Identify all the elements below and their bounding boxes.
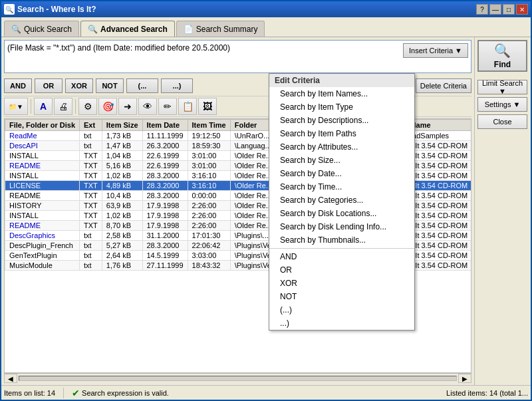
toolbar-copy-btn[interactable]: 📋 (178, 98, 197, 115)
open-paren-button[interactable]: (... (126, 78, 158, 93)
menu-item-and[interactable]: AND (269, 250, 414, 263)
menu-item-thumbnails[interactable]: Search by Thumbnails... (269, 233, 414, 247)
tab-bar: 🔍 Quick Search 🔍 Advanced Search 📄 Searc… (1, 17, 531, 37)
status-bar: Items on list: 14 ✔ Search expression is… (1, 385, 531, 400)
search-by-type-label: Search by Item Type (280, 102, 353, 112)
menu-item-paths[interactable]: Search by Item Paths (269, 127, 414, 140)
menu-item-names[interactable]: Search by Item Names... (269, 87, 414, 100)
toolbar-sep-1 (31, 99, 31, 114)
tab-quick-search-label: Quick Search (24, 25, 72, 34)
maximize-button[interactable]: □ (503, 4, 515, 15)
items-count-label: Items on list: 14 (4, 389, 55, 397)
tab-search-summary-label: Search Summary (196, 25, 258, 34)
search-by-descriptions-label: Search by Descriptions... (280, 116, 368, 125)
toolbar-eye-btn[interactable]: 👁 (138, 98, 157, 115)
quick-search-icon: 🔍 (11, 25, 21, 34)
items-count-status: Items on list: 14 (4, 389, 55, 397)
search-expression-area: (File Mask = "*.txt") and (Item Date: mo… (4, 40, 471, 73)
xor-logic-label: XOR (280, 279, 297, 288)
search-expression-text: (File Mask = "*.txt") and (Item Date: mo… (7, 43, 400, 53)
find-icon: 🔍 (494, 43, 511, 59)
search-by-thumbnails-label: Search by Thumbnails... (280, 235, 366, 245)
menu-item-attributes[interactable]: Search by Attributes... (269, 140, 414, 154)
menu-item-date[interactable]: Search by Date... (269, 167, 414, 180)
title-bar: 🔍 Search - Where Is It? ? — □ ✕ (1, 1, 531, 17)
scroll-track[interactable] (19, 376, 457, 381)
limit-search-button[interactable]: Limit Search ▼ (477, 80, 527, 94)
col-header-ext[interactable]: Ext (80, 120, 102, 131)
menu-item-size[interactable]: Search by Size... (269, 154, 414, 167)
insert-criteria-label: Insert Criteria ▼ (409, 47, 462, 55)
settings-button[interactable]: Settings ▼ (477, 97, 527, 112)
or-logic-label: OR (280, 265, 292, 275)
search-by-paths-label: Search by Item Paths (280, 129, 356, 138)
and-logic-label: AND (280, 252, 297, 261)
scroll-right-btn[interactable]: ▶ (458, 374, 471, 383)
help-button[interactable]: ? (476, 4, 488, 15)
close-paren-label: ...) (280, 319, 289, 328)
close-button[interactable]: Close (477, 114, 527, 129)
window-title: Search - Where Is It? (17, 5, 96, 14)
toolbar-text-btn[interactable]: A (34, 98, 53, 115)
menu-item-edit-criteria[interactable]: Edit Criteria (269, 74, 414, 87)
menu-item-type[interactable]: Search by Item Type (269, 100, 414, 114)
toolbar-target-btn[interactable]: 🎯 (98, 98, 117, 115)
tab-search-summary[interactable]: 📄 Search Summary (176, 21, 265, 37)
valid-icon: ✔ (72, 388, 80, 398)
menu-item-categories[interactable]: Search by Categories... (269, 194, 414, 207)
toolbar-tool1-btn[interactable]: ⚙ (78, 98, 97, 115)
toolbar-arrow-btn[interactable]: ➜ (118, 98, 137, 115)
search-by-date-label: Search by Date... (280, 169, 342, 178)
right-panel: 🔍 Find Limit Search ▼ Settings ▼ Close (474, 37, 531, 385)
tab-advanced-search-label: Advanced Search (100, 25, 168, 34)
menu-item-not[interactable]: NOT (269, 290, 414, 303)
left-panel: (File Mask = "*.txt") and (Item Date: mo… (1, 37, 474, 385)
search-by-size-label: Search by Size... (280, 156, 340, 165)
insert-criteria-button[interactable]: Insert Criteria ▼ (403, 43, 468, 58)
title-bar-controls: ? — □ ✕ (476, 4, 528, 15)
close-label: Close (493, 118, 511, 126)
scroll-left-btn[interactable]: ◀ (4, 374, 17, 383)
status-sep-1 (63, 388, 64, 398)
toolbar-pen-btn[interactable]: ✏ (158, 98, 177, 115)
settings-label: Settings ▼ (485, 100, 521, 108)
or-button[interactable]: OR (35, 78, 63, 93)
minimize-button[interactable]: — (489, 4, 501, 15)
insert-criteria-dropdown: Edit Criteria Search by Item Names... Se… (269, 73, 415, 331)
col-header-name[interactable]: File, Folder or Disk (5, 120, 80, 131)
and-button[interactable]: AND (4, 78, 32, 93)
delete-criteria-btn-right[interactable]: Delete Criteria (416, 78, 471, 93)
search-by-time-label: Search by Time... (280, 182, 342, 192)
close-paren-button[interactable]: ...) (161, 78, 193, 93)
col-header-size[interactable]: Item Size (102, 120, 142, 131)
not-button[interactable]: NOT (96, 78, 124, 93)
toolbar-file-btn[interactable]: 📁▼ (4, 98, 28, 115)
search-by-lending-label: Search by Disk Lending Info... (280, 222, 386, 231)
search-by-disk-locations-label: Search by Disk Locations... (280, 209, 376, 218)
toolbar-img-btn[interactable]: 🖼 (198, 98, 217, 115)
search-by-names-label: Search by Item Names... (280, 89, 368, 98)
search-by-attributes-label: Search by Attributes... (280, 142, 358, 152)
menu-item-open-paren[interactable]: (...) (269, 303, 414, 317)
menu-item-lending-info[interactable]: Search by Disk Lending Info... (269, 220, 414, 233)
horizontal-scrollbar[interactable]: ◀ ▶ (4, 373, 471, 382)
col-header-time[interactable]: Item Time (188, 120, 230, 131)
menu-item-time[interactable]: Search by Time... (269, 180, 414, 194)
tab-advanced-search[interactable]: 🔍 Advanced Search (80, 21, 175, 37)
find-label: Find (494, 60, 511, 69)
menu-item-disk-locations[interactable]: Search by Disk Locations... (269, 207, 414, 220)
menu-item-or[interactable]: OR (269, 263, 414, 277)
not-logic-label: NOT (280, 292, 297, 301)
xor-button[interactable]: XOR (65, 78, 93, 93)
search-summary-icon: 📄 (184, 25, 194, 34)
col-header-date[interactable]: Item Date (142, 120, 188, 131)
close-window-button[interactable]: ✕ (516, 4, 528, 15)
menu-item-close-paren[interactable]: ...) (269, 317, 414, 330)
menu-item-xor[interactable]: XOR (269, 277, 414, 290)
search-by-categories-label: Search by Categories... (280, 196, 363, 205)
find-button[interactable]: 🔍 Find (477, 40, 527, 72)
search-expr-row: (File Mask = "*.txt") and (Item Date: mo… (7, 43, 468, 58)
toolbar-print-btn[interactable]: 🖨 (54, 98, 72, 115)
tab-quick-search[interactable]: 🔍 Quick Search (4, 21, 79, 37)
menu-item-descriptions[interactable]: Search by Descriptions... (269, 114, 414, 127)
